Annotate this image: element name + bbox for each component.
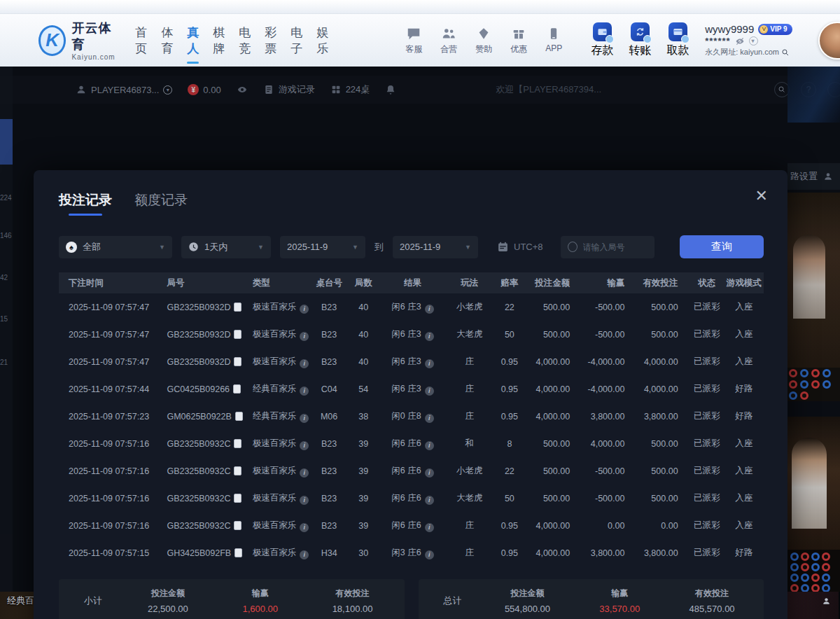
dealer-video-2[interactable]: [788, 417, 840, 550]
copy-icon[interactable]: [234, 330, 241, 339]
cell-bet-amount: 500.00: [526, 321, 581, 348]
cell-round-id: GB2325B0932D: [157, 321, 242, 348]
col-header-局号: 局号: [157, 272, 242, 293]
info-icon[interactable]: i: [425, 441, 434, 450]
info-icon[interactable]: i: [425, 359, 434, 368]
cell-round-id: GC0425B09266: [157, 375, 242, 403]
copy-icon[interactable]: [234, 521, 241, 530]
info-icon[interactable]: i: [425, 332, 434, 341]
cell-odds: 22: [493, 457, 526, 485]
cell-table-no: B23: [310, 485, 348, 512]
road-settings-label[interactable]: 路设置: [788, 163, 840, 190]
time-range-select[interactable]: 1天内 ▼: [181, 236, 271, 258]
magnifier-icon[interactable]: [781, 48, 790, 57]
tables-count[interactable]: 224桌: [330, 83, 370, 96]
chevron-down-icon: ▼: [159, 244, 165, 251]
action-合营[interactable]: 合营: [435, 26, 463, 55]
subtotal-win: 1,600.00: [242, 604, 278, 614]
nav-item-彩票[interactable]: 彩票: [263, 20, 278, 61]
info-icon[interactable]: i: [425, 468, 434, 478]
info-icon[interactable]: i: [425, 305, 434, 314]
round-search-input[interactable]: [583, 242, 648, 252]
info-icon[interactable]: i: [425, 550, 434, 559]
game-record-button[interactable]: 游戏记录: [263, 83, 315, 96]
info-icon[interactable]: i: [425, 496, 434, 505]
info-icon[interactable]: i: [425, 414, 434, 423]
query-button[interactable]: 查询: [680, 235, 764, 258]
copy-icon[interactable]: [235, 412, 243, 421]
close-icon[interactable]: ✕: [755, 188, 768, 204]
info-icon[interactable]: i: [425, 523, 434, 532]
nav-item-电子[interactable]: 电子: [289, 20, 304, 61]
cell-game-mode: 入座: [724, 321, 764, 348]
left-active-item[interactable]: [0, 119, 13, 165]
cell-result: 闲6 庄3i: [379, 348, 446, 375]
copy-icon[interactable]: [234, 357, 241, 366]
eye-off-icon[interactable]: [735, 36, 745, 46]
cell-round-id: GB2325B0932C: [157, 430, 242, 457]
timezone-value: UTC+8: [514, 242, 543, 252]
balance-value: 0.00: [203, 85, 220, 95]
nav-item-棋牌[interactable]: 棋牌: [211, 20, 226, 61]
calendar-icon: [497, 241, 509, 253]
info-icon[interactable]: i: [300, 414, 309, 423]
info-icon[interactable]: i: [300, 305, 309, 314]
date-from-picker[interactable]: 2025-11-9 ▼: [280, 236, 365, 258]
action-APP[interactable]: APP: [540, 26, 568, 55]
notifications[interactable]: [385, 84, 396, 95]
action-取款[interactable]: 取款: [663, 22, 692, 58]
info-icon[interactable]: i: [300, 468, 309, 478]
round-search-box[interactable]: [561, 236, 654, 258]
modal-tab-投注记录[interactable]: 投注记录: [59, 191, 112, 216]
subtotal-amount-label: 投注金额: [151, 587, 185, 599]
action-转账[interactable]: 转账: [625, 22, 654, 58]
info-icon[interactable]: i: [300, 496, 309, 505]
action-优惠[interactable]: 优惠: [505, 26, 533, 55]
modal-tab-额度记录[interactable]: 额度记录: [134, 191, 188, 216]
info-icon[interactable]: i: [425, 387, 434, 396]
game-type-value: 全部: [83, 241, 101, 253]
cell-round-count: 40: [348, 293, 379, 321]
info-icon[interactable]: i: [300, 387, 309, 396]
eye-toggle[interactable]: [237, 84, 248, 95]
action-存款[interactable]: 存款: [587, 22, 617, 58]
nav-item-电竞[interactable]: 电竞: [237, 20, 252, 61]
table-row: 2025-11-09 07:57:47GB2325B0932D极速百家乐iB23…: [59, 293, 764, 321]
balance-display[interactable]: ¥ 0.00: [188, 84, 220, 95]
cell-status: 已派彩: [690, 430, 724, 457]
nav-item-首页[interactable]: 首页: [134, 20, 148, 61]
brand-logo[interactable]: K 开云体育 Kaiyun.com: [38, 20, 118, 61]
cell-valid-bet: 0.00: [636, 512, 689, 539]
game-type-select[interactable]: ♠ 全部 ▼: [59, 236, 172, 258]
info-icon[interactable]: i: [300, 550, 309, 559]
copy-icon[interactable]: [234, 494, 241, 503]
spade-icon: ♠: [66, 242, 77, 253]
cell-result: 闲6 庄6i: [379, 430, 446, 457]
copy-icon[interactable]: [234, 439, 241, 448]
col-header-局数: 局数: [348, 272, 379, 293]
nav-item-真人[interactable]: 真人: [186, 20, 200, 61]
info-icon[interactable]: i: [300, 359, 309, 368]
dealer-video-1[interactable]: [788, 193, 840, 368]
action-客服[interactable]: 客服: [400, 26, 428, 55]
nav-item-娱乐[interactable]: 娱乐: [315, 20, 330, 61]
copy-icon[interactable]: [234, 548, 242, 557]
info-icon[interactable]: i: [300, 332, 309, 341]
date-to-picker[interactable]: 2025-11-9 ▼: [393, 236, 478, 258]
chevron-down-icon[interactable]: ▾: [749, 36, 758, 46]
copy-icon[interactable]: [234, 302, 241, 312]
cell-bet-time: 2025-11-09 07:57:16: [59, 485, 157, 512]
cell-game-type: 经典百家乐i: [243, 375, 310, 403]
user-avatar[interactable]: [818, 22, 840, 60]
player-menu[interactable]: PLAYER46873... ▾: [76, 84, 172, 95]
cell-table-no: B23: [310, 321, 348, 348]
cell-odds: 0.95: [493, 403, 526, 430]
col-header-结果: 结果: [379, 272, 446, 293]
copy-icon[interactable]: [234, 466, 241, 475]
nav-item-体育[interactable]: 体育: [160, 20, 174, 61]
info-icon[interactable]: i: [300, 441, 309, 450]
copy-icon[interactable]: [233, 384, 241, 394]
timezone-display[interactable]: UTC+8: [497, 241, 543, 253]
action-赞助[interactable]: 赞助: [470, 26, 498, 55]
info-icon[interactable]: i: [300, 523, 309, 532]
